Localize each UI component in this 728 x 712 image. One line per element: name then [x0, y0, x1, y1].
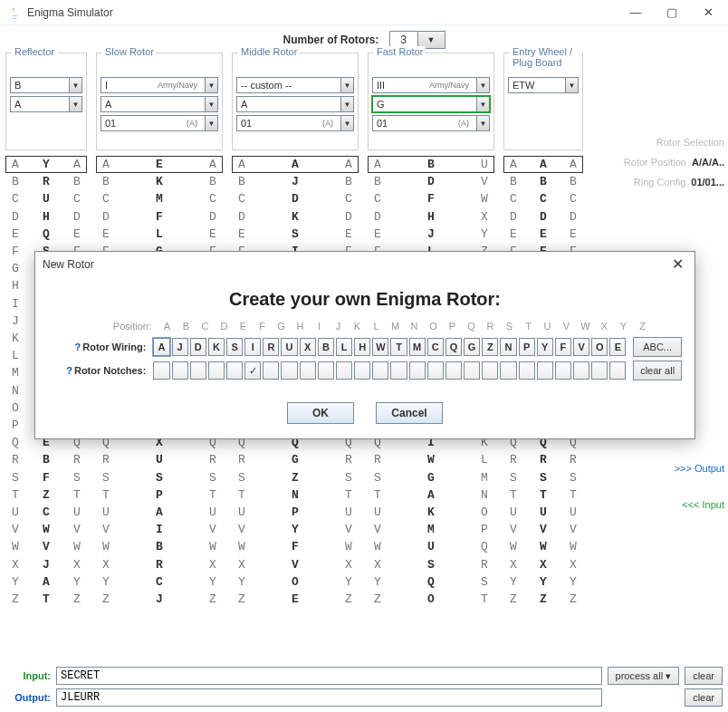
rotor-row: TPT — [96, 486, 223, 504]
notch-checkbox[interactable] — [591, 361, 608, 380]
titlebar: Enigma Simulator — ▢ ✕ — [0, 0, 728, 25]
rotor-row: EQE — [5, 226, 87, 243]
notch-checkbox[interactable] — [263, 361, 279, 380]
notch-checkbox[interactable] — [609, 361, 626, 380]
wiring-cell[interactable]: A — [153, 338, 169, 356]
chevron-down-icon: ▼ — [476, 116, 489, 130]
wiring-cell[interactable]: C — [427, 338, 444, 356]
entry-select[interactable]: ETW▼ — [508, 77, 579, 93]
rotor-row: DFD — [96, 208, 223, 226]
maximize-button[interactable]: ▢ — [654, 1, 690, 24]
notch-checkbox[interactable] — [445, 361, 462, 380]
wiring-cell[interactable]: B — [318, 338, 334, 356]
wiring-cell[interactable]: M — [409, 338, 426, 356]
wiring-cell[interactable]: J — [172, 338, 188, 356]
fast-rotor-select[interactable]: IIIArmy/Navy▼ — [372, 77, 490, 93]
middle-pos-select[interactable]: A▼ — [236, 96, 354, 112]
wiring-cell[interactable]: N — [500, 338, 516, 356]
minimize-button[interactable]: — — [618, 1, 654, 24]
wiring-cell[interactable]: G — [464, 338, 480, 356]
output-field[interactable] — [56, 688, 602, 707]
fast-ring-select[interactable]: 01(A)▼ — [372, 115, 490, 131]
rotor-row: VMP — [368, 521, 494, 538]
ok-button[interactable]: OK — [287, 402, 354, 424]
rotor-row: YAY — [5, 573, 87, 591]
close-button[interactable]: ✕ — [690, 1, 726, 24]
notch-checkbox[interactable] — [409, 361, 426, 380]
notch-checkbox[interactable] — [172, 361, 188, 380]
wiring-cell[interactable]: W — [372, 338, 388, 356]
rotor-row: ZTZ — [5, 591, 87, 608]
middle-ring-select[interactable]: 01(A)▼ — [236, 115, 354, 131]
notch-checkbox[interactable] — [190, 361, 206, 380]
notch-checkbox[interactable] — [537, 361, 553, 380]
wiring-cell[interactable]: F — [555, 338, 571, 356]
reflector-select[interactable]: B▼ — [10, 77, 82, 93]
wiring-cell[interactable]: V — [573, 338, 589, 356]
position-header: W — [577, 319, 594, 333]
rotor-row: SGM — [368, 469, 494, 486]
notch-checkbox[interactable] — [519, 361, 535, 380]
middle-rotor-select[interactable]: -- custom --▼ — [236, 77, 354, 93]
chevron-down-icon: ▼ — [340, 78, 353, 92]
rotor-row: VWV — [5, 521, 87, 538]
slow-ring-select[interactable]: 01(A)▼ — [101, 115, 218, 131]
io-area: Input: process all ▾ clear Output: proce… — [5, 663, 723, 707]
position-header: F — [254, 319, 271, 333]
rotor-row: RUR — [96, 451, 223, 468]
notch-checkbox[interactable] — [372, 361, 388, 380]
wiring-cell[interactable]: S — [226, 338, 243, 356]
notch-checkbox[interactable] — [226, 361, 243, 380]
wiring-cell[interactable]: K — [208, 338, 225, 356]
rotor-row: SSS — [503, 469, 583, 486]
notch-checkbox[interactable] — [153, 361, 169, 380]
notch-checkbox[interactable] — [500, 361, 516, 380]
notch-checkbox[interactable] — [300, 361, 316, 380]
position-label: Position: — [48, 321, 157, 332]
notch-checkbox[interactable] — [555, 361, 571, 380]
wiring-cell[interactable]: U — [281, 338, 297, 356]
notch-checkbox[interactable] — [464, 361, 480, 380]
wiring-cell[interactable]: O — [591, 338, 608, 356]
clear-input-button[interactable]: clear — [685, 667, 723, 685]
rotor-row: UPU — [232, 504, 359, 521]
wiring-cell[interactable]: T — [390, 338, 407, 356]
wiring-cell[interactable]: X — [300, 338, 316, 356]
process-all-button[interactable]: process all ▾ — [608, 667, 680, 685]
notch-checkbox[interactable] — [354, 361, 370, 380]
clear-all-button[interactable]: clear all — [633, 361, 681, 380]
notch-checkbox[interactable] — [318, 361, 334, 380]
reflector-pos-select[interactable]: A▼ — [10, 96, 82, 112]
notch-checkbox[interactable] — [208, 361, 225, 380]
rotor-row: CCC — [503, 190, 583, 207]
wiring-cell[interactable]: Z — [482, 338, 498, 356]
wiring-cell[interactable]: Y — [537, 338, 553, 356]
notch-checkbox[interactable] — [427, 361, 444, 380]
notch-checkbox[interactable] — [244, 361, 261, 380]
wiring-cell[interactable]: H — [354, 338, 370, 356]
position-header: Z — [634, 319, 651, 333]
slow-rotor-select[interactable]: IArmy/Navy▼ — [101, 77, 218, 93]
notch-checkbox[interactable] — [573, 361, 589, 380]
cancel-button[interactable]: Cancel — [376, 402, 443, 424]
wiring-cell[interactable]: I — [244, 338, 261, 356]
rotor-row: BJB — [232, 173, 359, 190]
notch-checkbox[interactable] — [390, 361, 407, 380]
wiring-cell[interactable]: L — [336, 338, 352, 356]
notch-checkbox[interactable] — [336, 361, 352, 380]
wiring-cell[interactable]: D — [190, 338, 206, 356]
middle-rotor-fieldset: Middle Rotor -- custom --▼ A▼ 01(A)▼ — [232, 53, 359, 150]
rotor-row: TAN — [368, 486, 494, 504]
input-field[interactable] — [56, 667, 602, 685]
fast-pos-select[interactable]: G▼ — [372, 96, 490, 112]
abc-button[interactable]: ABC... — [633, 337, 681, 357]
slow-pos-select[interactable]: A▼ — [101, 96, 218, 112]
dialog-close-icon[interactable]: ✕ — [668, 255, 687, 273]
wiring-cell[interactable]: Q — [445, 338, 462, 356]
wiring-cell[interactable]: E — [609, 338, 626, 356]
wiring-cell[interactable]: R — [263, 338, 279, 356]
wiring-cell[interactable]: P — [519, 338, 535, 356]
clear-output-button[interactable]: clear — [685, 688, 723, 707]
notch-checkbox[interactable] — [281, 361, 297, 380]
notch-checkbox[interactable] — [482, 361, 498, 380]
